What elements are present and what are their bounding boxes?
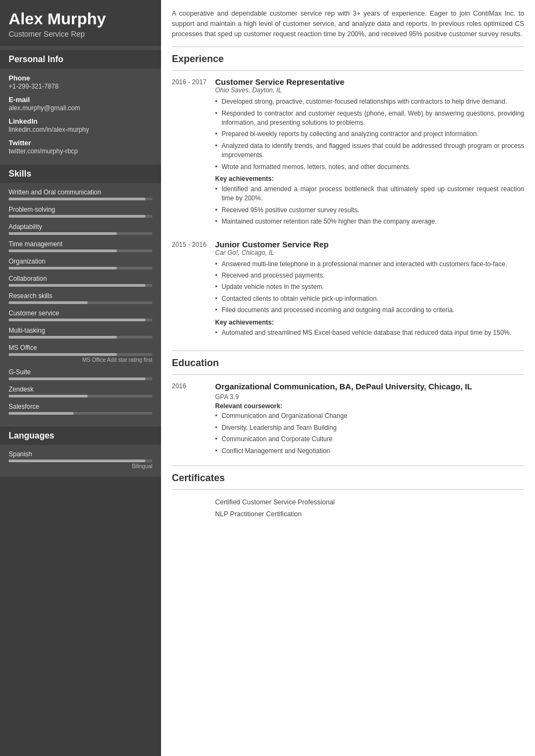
experience-divider bbox=[172, 70, 524, 71]
course-item: Communication and Corporate Culture bbox=[215, 435, 524, 444]
skill-bar-fill bbox=[9, 215, 145, 218]
education-list: 2016Organizational Communication, BA, De… bbox=[172, 381, 524, 458]
skill-note: MS Office Add star rating first bbox=[9, 357, 152, 363]
exp-company: Car Go!, Chicago, IL bbox=[215, 249, 524, 256]
exp-job-title: Customer Service Representative bbox=[215, 77, 524, 86]
sidebar-header: Alex Murphy Customer Service Rep bbox=[0, 0, 161, 46]
exp-content: Junior Customer Service RepCar Go!, Chic… bbox=[215, 240, 524, 340]
skill-label: Problem-solving bbox=[9, 206, 152, 213]
exp-bullet-item: Answered multi-line telephone in a profe… bbox=[215, 260, 524, 269]
languages-heading: Languages bbox=[0, 427, 161, 445]
skill-bar bbox=[9, 336, 152, 339]
experience-block: 2015 - 2016Junior Customer Service RepCa… bbox=[172, 240, 524, 340]
skill-label: Organization bbox=[9, 258, 152, 265]
exp-bullet-item: Developed strong, proactive, customer-fo… bbox=[215, 97, 524, 106]
skill-label: Zendesk bbox=[9, 386, 152, 393]
skill-bar bbox=[9, 353, 152, 356]
language-level: Bilingual bbox=[9, 463, 152, 469]
skill-bar-fill bbox=[9, 319, 145, 321]
skill-label: Research skills bbox=[9, 292, 152, 300]
skill-label: Time management bbox=[9, 240, 152, 248]
skill-label: Written and Oral communication bbox=[9, 188, 152, 196]
skill-bar bbox=[9, 249, 152, 252]
skill-bar-fill bbox=[9, 198, 145, 200]
achievement-item: Automated and streamlined MS Excel-based… bbox=[215, 328, 524, 338]
skill-bar bbox=[9, 395, 152, 397]
main-content: A cooperative and dependable customer se… bbox=[161, 0, 535, 756]
coursework-label: Relevant coursework: bbox=[215, 402, 524, 410]
candidate-name: Alex Murphy bbox=[9, 10, 152, 28]
languages-list: SpanishBilingual bbox=[9, 450, 152, 469]
skill-bar-fill bbox=[9, 267, 117, 269]
linkedin-value: linkedin.com/in/alex-murphy bbox=[9, 126, 152, 133]
skill-bar bbox=[9, 301, 152, 304]
exp-bullet-item: Responded to contractor and customer req… bbox=[215, 109, 524, 128]
skill-bar bbox=[9, 412, 152, 415]
exp-bullet-item: Prepared bi-weekly reports by collecting… bbox=[215, 130, 524, 139]
candidate-title: Customer Service Rep bbox=[9, 30, 152, 38]
skill-label: Adaptability bbox=[9, 223, 152, 231]
skill-label: Multi-tasking bbox=[9, 327, 152, 334]
skills-section: Skills Written and Oral communicationPro… bbox=[0, 160, 161, 422]
exp-bullets: Answered multi-line telephone in a profe… bbox=[215, 260, 524, 315]
skill-bar bbox=[9, 198, 152, 200]
skill-bar-fill bbox=[9, 412, 73, 415]
linkedin-label: LinkedIn bbox=[9, 117, 152, 125]
edu-content: Organizational Communication, BA, DePaul… bbox=[215, 381, 524, 458]
exp-company: Ohio Saves, Dayton, IL bbox=[215, 86, 524, 94]
skill-bar-fill bbox=[9, 353, 117, 356]
key-achievements-label: Key achievements: bbox=[215, 319, 524, 326]
cert-item: Certified Customer Service Professional bbox=[172, 496, 524, 508]
skill-bar bbox=[9, 319, 152, 321]
skill-bar-fill bbox=[9, 395, 88, 397]
achievement-item: Identified and amended a major process b… bbox=[215, 185, 524, 204]
summary-divider bbox=[172, 46, 524, 47]
edu-date: 2016 bbox=[172, 381, 215, 458]
skill-bar-fill bbox=[9, 232, 117, 235]
skill-bar-fill bbox=[9, 249, 117, 252]
language-bar bbox=[9, 460, 152, 462]
personal-info-section: Personal Info Phone +1-299-321-7878 E-ma… bbox=[0, 46, 161, 160]
exp-bullet-item: Received and processed payments. bbox=[215, 271, 524, 280]
key-achievements-label: Key achievements: bbox=[215, 175, 524, 183]
course-item: Diversity, Leadership and Team Building bbox=[215, 423, 524, 433]
achievement-item: Received 95% positive customer survey re… bbox=[215, 206, 524, 215]
skill-bar bbox=[9, 284, 152, 287]
email-label: E-mail bbox=[9, 96, 152, 104]
exp-content: Customer Service RepresentativeOhio Save… bbox=[215, 77, 524, 228]
language-bar-fill bbox=[9, 460, 145, 462]
twitter-label: Twitter bbox=[9, 139, 152, 147]
skill-bar-fill bbox=[9, 336, 117, 339]
education-heading: Education bbox=[172, 357, 524, 369]
skill-bar bbox=[9, 267, 152, 269]
coursework-list: Communication and Organizational ChangeD… bbox=[215, 411, 524, 456]
certs-list: Certified Customer Service ProfessionalN… bbox=[172, 496, 524, 520]
edu-degree: Organizational Communication, BA, DePaul… bbox=[215, 381, 524, 392]
exp-bullets: Developed strong, proactive, customer-fo… bbox=[215, 97, 524, 172]
skills-heading: Skills bbox=[0, 165, 161, 183]
sidebar: Alex Murphy Customer Service Rep Persona… bbox=[0, 0, 161, 756]
edu-gpa: GPA 3.9 bbox=[215, 393, 524, 401]
certs-sub-divider bbox=[172, 489, 524, 490]
skill-bar bbox=[9, 232, 152, 235]
skill-bar bbox=[9, 215, 152, 218]
exp-bullet-item: Wrote and formatted memos, letters, note… bbox=[215, 163, 524, 172]
cert-item: NLP Practitioner Certification bbox=[172, 508, 524, 520]
exp-bullet-item: Filed documents and processed incoming a… bbox=[215, 306, 524, 315]
skill-label: Customer service bbox=[9, 309, 152, 317]
skill-label: Collaboration bbox=[9, 275, 152, 282]
exp-bullet-item: Analyzed data to identify trends, and fl… bbox=[215, 141, 524, 160]
skill-bar bbox=[9, 377, 152, 380]
phone-label: Phone bbox=[9, 74, 152, 82]
exp-bullet-item: Contacted clients to obtain vehicle pick… bbox=[215, 294, 524, 303]
skill-bar-fill bbox=[9, 301, 88, 304]
experience-list: 2016 - 2017Customer Service Representati… bbox=[172, 77, 524, 340]
certs-divider bbox=[172, 465, 524, 466]
course-item: Conflict Management and Negotiation bbox=[215, 447, 524, 456]
skill-label: Salesforce bbox=[9, 403, 152, 410]
achievements-bullets: Identified and amended a major process b… bbox=[215, 185, 524, 227]
exp-date: 2015 - 2016 bbox=[172, 240, 215, 340]
education-divider bbox=[172, 350, 524, 351]
exp-job-title: Junior Customer Service Rep bbox=[215, 240, 524, 249]
experience-heading: Experience bbox=[172, 53, 524, 65]
